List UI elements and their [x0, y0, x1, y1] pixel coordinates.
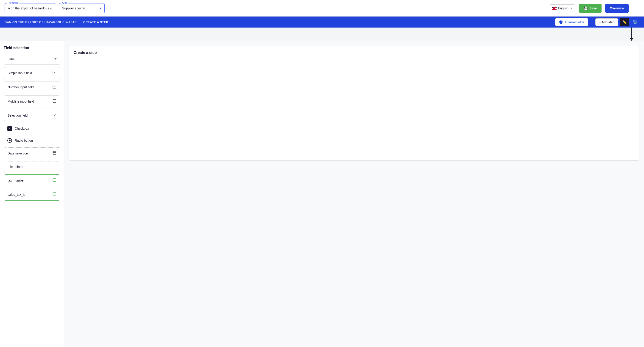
create-step-area: Create a step	[69, 46, 640, 161]
create-step-button[interactable]: CREATE A STEP	[83, 20, 108, 24]
shield-icon	[559, 20, 563, 24]
calendar-icon	[52, 151, 56, 156]
number-input-icon	[52, 85, 56, 90]
simple-input-label: Simple input field	[8, 71, 32, 75]
file-upload-label: File upload	[8, 165, 24, 169]
input-icon	[52, 70, 56, 76]
nav-bar: BAN ON THE EXPORT OF HAZARDOUS WASTE | C…	[0, 16, 644, 28]
checkbox-label: Checkbox	[15, 127, 29, 130]
field-item-number-input[interactable]: Number input field	[4, 81, 60, 93]
trash-icon: 🗑️	[632, 20, 638, 24]
header: Form title Area Supplier specific ▼ Engl…	[0, 0, 644, 16]
save-button[interactable]: 💾 Save	[579, 4, 602, 13]
field-item-selection[interactable]: Selection field	[4, 110, 60, 121]
field-selection-sidebar: Field selection Label Tt Simple input fi…	[0, 41, 64, 347]
main-content: Field selection Label Tt Simple input fi…	[0, 41, 644, 347]
field-item-file-upload[interactable]: File upload	[4, 162, 60, 172]
more-options-icon: ...	[634, 6, 638, 10]
area-select-group: Area Supplier specific ▼	[59, 3, 105, 13]
multiline-icon	[52, 99, 56, 104]
selection-field-label: Selection field	[8, 114, 28, 117]
flag-icon	[552, 7, 556, 10]
create-step-title: Create a step	[74, 51, 634, 55]
overview-label: Overview	[610, 6, 624, 10]
language-chevron-icon: ▼	[570, 7, 572, 10]
add-step-label: + Add step	[599, 20, 614, 24]
sales-tax-icon	[52, 192, 56, 197]
form-title-input[interactable]	[4, 3, 55, 13]
area-select[interactable]: Supplier specific	[59, 3, 105, 13]
field-item-date[interactable]: Date selection	[4, 147, 60, 159]
nav-form-name: BAN ON THE EXPORT OF HAZARDOUS WASTE	[4, 20, 77, 24]
language-selector[interactable]: English ▼	[549, 4, 576, 12]
internal-fields-label: Internal fields	[565, 20, 584, 24]
radio-icon	[7, 138, 12, 143]
arrow-head-icon	[630, 38, 634, 41]
radio-label: Radio button	[15, 138, 33, 142]
field-item-tax-number[interactable]: tax_number	[4, 174, 60, 186]
arrow-container	[0, 28, 644, 41]
more-options-button[interactable]: ...	[632, 4, 640, 12]
form-title-label: Form title	[7, 2, 19, 4]
nav-right: + Add step ✏️ 🗑️	[595, 18, 640, 26]
nav-separator: |	[80, 20, 80, 24]
area-label: Area	[61, 2, 68, 4]
field-item-radio[interactable]: Radio button	[4, 136, 60, 146]
date-selection-label: Date selection	[8, 152, 28, 155]
field-item-checkbox[interactable]: ✓ Checkbox	[4, 124, 60, 134]
multiline-label: Multiline input field	[8, 100, 34, 103]
checkbox-icon: ✓	[7, 126, 12, 131]
save-label: Save	[590, 6, 597, 10]
text-format-icon: Tt	[53, 57, 56, 61]
save-icon: 💾	[584, 6, 588, 10]
field-item-multiline[interactable]: Multiline input field	[4, 96, 60, 108]
field-item-simple-input[interactable]: Simple input field	[4, 67, 60, 79]
sales-tax-label: sales_tax_id	[8, 193, 26, 196]
tax-number-icon	[52, 178, 56, 183]
field-item-sales-tax[interactable]: sales_tax_id	[4, 189, 60, 200]
form-title-group: Form title	[4, 3, 55, 13]
sidebar-title: Field selection	[4, 46, 60, 50]
overview-button[interactable]: Overview	[605, 4, 628, 13]
internal-fields-button[interactable]: Internal fields	[555, 18, 588, 26]
add-step-button[interactable]: + Add step	[595, 18, 618, 26]
svg-rect-6	[53, 152, 56, 155]
field-label-text: Label	[8, 57, 16, 61]
number-input-label: Number input field	[8, 85, 34, 89]
selection-chevron-icon	[53, 113, 56, 118]
edit-step-button[interactable]: ✏️	[620, 18, 629, 26]
field-item-label[interactable]: Label Tt	[4, 54, 60, 65]
language-label: English	[558, 6, 568, 10]
radio-inner	[9, 140, 10, 141]
delete-step-button[interactable]: 🗑️	[631, 18, 640, 26]
pencil-icon: ✏️	[622, 20, 627, 24]
tax-number-label: tax_number	[8, 178, 24, 182]
right-panel: Create a step	[64, 41, 644, 347]
arrow-shaft	[631, 28, 632, 39]
